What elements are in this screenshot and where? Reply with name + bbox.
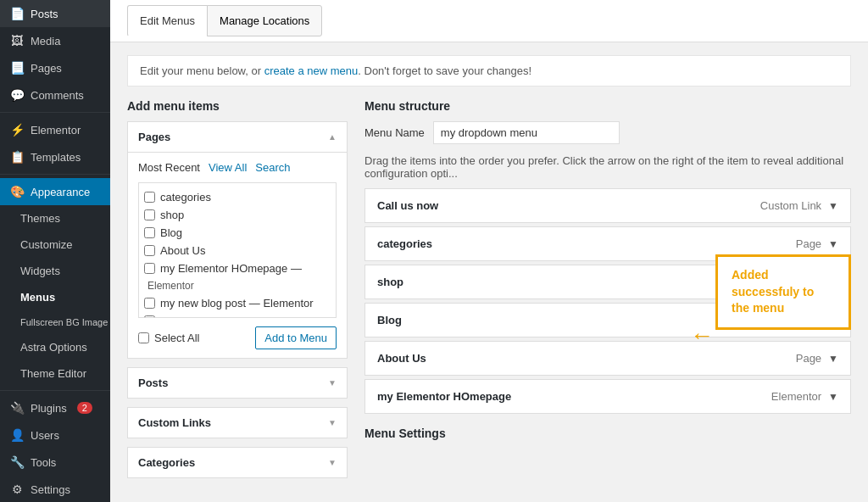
page-checkbox-elementor-home[interactable]: [144, 263, 155, 274]
elementor-group-label: Elementor: [144, 280, 194, 292]
tab-search[interactable]: Search: [255, 161, 290, 174]
pages-panel-header[interactable]: Pages ▲: [128, 122, 347, 153]
settings-icon: ⚙: [10, 482, 24, 496]
sidebar-item-pages[interactable]: 📃 Pages: [0, 54, 110, 81]
menu-item-dropdown-arrow[interactable]: ▼: [828, 200, 838, 212]
menu-item-label: Call us now: [377, 199, 438, 212]
fullscreen-label: Fullscreen BG Image: [20, 317, 108, 327]
page-label: Elementor #40 — Elementor: [160, 315, 299, 318]
select-all-checkbox[interactable]: [138, 332, 149, 343]
sidebar: 📄 Posts 🖼 Media 📃 Pages 💬 Comments ⚡ Ele…: [0, 0, 110, 502]
plugins-label: Plugins: [31, 402, 67, 415]
page-checkbox-blog-post[interactable]: [144, 298, 155, 309]
menu-item-right: Elementor ▼: [771, 390, 838, 403]
menu-structure-title: Menu structure: [364, 99, 851, 113]
select-all-label[interactable]: Select All: [138, 332, 199, 344]
page-checkbox-blog[interactable]: [144, 227, 155, 238]
notification-text: Added successfuly to the menu: [732, 268, 814, 315]
menu-item-dropdown-arrow[interactable]: ▼: [828, 353, 838, 365]
sidebar-item-comments[interactable]: 💬 Comments: [0, 81, 110, 109]
info-bar: Edit your menu below, or create a new me…: [127, 55, 851, 86]
sidebar-item-plugins[interactable]: 🔌 Plugins 2: [0, 394, 110, 421]
page-checkbox-el40[interactable]: [144, 315, 155, 318]
menu-name-row: Menu Name: [364, 121, 851, 144]
main-content: Edit Menus Manage Locations Edit your me…: [110, 0, 868, 502]
sidebar-item-fullscreen[interactable]: Fullscreen BG Image: [0, 310, 110, 334]
sidebar-item-templates[interactable]: 📋 Templates: [0, 143, 110, 170]
menu-item-dropdown-arrow[interactable]: ▼: [828, 391, 838, 403]
categories-panel-label: Categories: [138, 456, 195, 469]
astra-label: Astra Options: [20, 341, 87, 354]
menu-item-label: shop: [377, 276, 403, 288]
sidebar-item-media[interactable]: 🖼 Media: [0, 27, 110, 54]
sidebar-item-label: Posts: [31, 8, 58, 20]
menu-item-right: Page ▼: [796, 237, 838, 250]
plugins-badge: 2: [77, 402, 92, 414]
tab-manage-locations[interactable]: Manage Locations: [207, 5, 322, 36]
posts-panel-arrow: ▼: [328, 378, 337, 388]
themes-label: Themes: [20, 212, 60, 225]
elementor-icon: ⚡: [10, 123, 24, 137]
page-label: About Us: [160, 244, 205, 257]
sidebar-item-elementor[interactable]: ⚡ Elementor: [0, 116, 110, 143]
tools-label: Tools: [31, 456, 56, 469]
page-checkbox-about[interactable]: [144, 245, 155, 256]
page-label: shop: [160, 209, 184, 221]
sidebar-divider2: [0, 174, 110, 175]
sidebar-item-label: Templates: [31, 151, 81, 164]
sidebar-item-posts[interactable]: 📄 Posts: [0, 0, 110, 27]
tab-view-all[interactable]: View All: [209, 161, 247, 174]
posts-panel[interactable]: Posts ▼: [127, 367, 348, 399]
info-text-before: Edit your menu below, or: [140, 64, 264, 77]
tab-most-recent[interactable]: Most Recent: [138, 161, 200, 174]
sidebar-item-customize[interactable]: Customize: [0, 231, 110, 258]
categories-panel-arrow: ▼: [328, 458, 337, 467]
pages-list: categories shop Blog About Us: [138, 182, 337, 318]
menu-item-call-us-now: Call us now Custom Link ▼: [364, 188, 851, 223]
list-item: categories: [144, 188, 331, 206]
media-icon: 🖼: [10, 34, 24, 47]
sidebar-item-label: Comments: [31, 89, 84, 102]
page-label: my Elementor HOmepage —: [160, 262, 302, 275]
pages-panel-arrow: ▲: [328, 132, 337, 142]
menu-item-dropdown-arrow[interactable]: ▼: [828, 238, 838, 250]
create-new-menu-link[interactable]: create a new menu: [264, 64, 359, 77]
menu-item-type: Custom Link: [760, 199, 821, 212]
page-checkbox-categories[interactable]: [144, 192, 155, 203]
pages-panel-label: Pages: [138, 131, 170, 143]
pages-panel: Pages ▲ Most Recent View All Search cate…: [127, 121, 348, 359]
sidebar-item-astra[interactable]: Astra Options: [0, 334, 110, 360]
categories-panel[interactable]: Categories ▼: [127, 447, 348, 478]
customize-label: Customize: [20, 238, 72, 251]
menu-item-label: About Us: [377, 352, 426, 365]
settings-label: Settings: [31, 483, 70, 496]
page-label: categories: [160, 191, 211, 204]
sidebar-item-users[interactable]: 👤 Users: [0, 421, 110, 449]
sidebar-item-appearance[interactable]: 🎨 Appearance: [0, 178, 110, 205]
sidebar-item-label: Appearance: [31, 186, 90, 198]
menu-item-right: Page ▼: [796, 352, 838, 365]
sidebar-item-widgets[interactable]: Widgets: [0, 258, 110, 284]
list-item: Blog: [144, 224, 331, 242]
theme-editor-label: Theme Editor: [20, 367, 86, 380]
sidebar-item-label: Media: [31, 35, 60, 47]
menu-item-about-us: About Us Page ▼: [364, 341, 851, 376]
sidebar-item-menus[interactable]: Menus: [0, 284, 110, 310]
sidebar-item-tools[interactable]: 🔧 Tools: [0, 449, 110, 476]
sidebar-item-settings[interactable]: ⚙ Settings: [0, 476, 110, 502]
menu-item-label: my Elementor HOmepage: [377, 390, 511, 403]
sidebar-item-themes[interactable]: Themes: [0, 205, 110, 231]
page-checkbox-shop[interactable]: [144, 209, 155, 220]
posts-panel-label: Posts: [138, 376, 168, 389]
tab-edit-menus[interactable]: Edit Menus: [127, 5, 208, 36]
pages-icon: 📃: [10, 61, 24, 75]
custom-links-panel[interactable]: Custom Links ▼: [127, 407, 348, 438]
menu-item-type: Page: [796, 352, 821, 365]
custom-links-panel-arrow: ▼: [328, 418, 337, 427]
add-to-menu-button[interactable]: Add to Menu: [255, 326, 337, 349]
menu-name-input[interactable]: [433, 121, 620, 144]
page-header: Edit Menus Manage Locations: [110, 0, 868, 42]
sidebar-item-theme-editor[interactable]: Theme Editor: [0, 360, 110, 387]
list-item: my Elementor HOmepage —: [144, 259, 331, 277]
page-label: Blog: [160, 226, 182, 239]
